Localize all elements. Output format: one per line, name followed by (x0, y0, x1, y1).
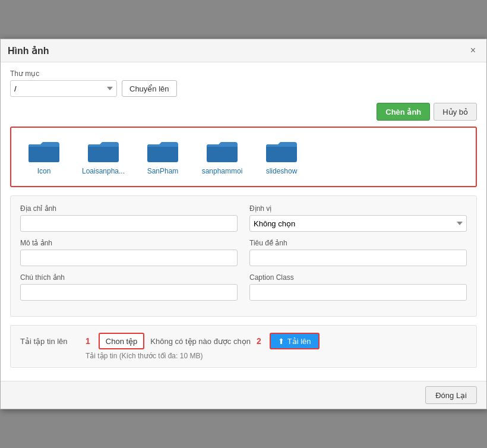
dinh-vi-select[interactable]: Không chọn Left Right Center (249, 215, 467, 232)
thu-muc-row: / Chuyển lên (10, 80, 477, 97)
tieu-de-anh-label: Tiêu đề ảnh (249, 239, 467, 247)
folder-icon-slideshow (266, 138, 297, 163)
dia-chi-anh-label: Địa chỉ ảnh (20, 204, 238, 213)
folder-name-slideshow: slideshow (266, 167, 298, 175)
upload-section: Tải tập tin lên 1 Chon tệp Không có tệp … (10, 325, 477, 368)
thu-muc-section: Thư mục / Chuyển lên (10, 70, 477, 97)
form-group-dia-chi-anh: Địa chỉ ảnh (20, 204, 238, 232)
upload-icon: ⬆ (278, 337, 284, 346)
form-row-3: Chú thích ảnh Caption Class (20, 273, 467, 301)
upload-hint: Tải tập tin (Kích thước tối đa: 10 MB) (86, 352, 467, 360)
form-row-1: Địa chỉ ảnh Định vị Không chọn Left Righ… (20, 204, 467, 232)
no-file-text: Không có tệp nào được chọn (150, 337, 251, 346)
folder-name-sanphammoi: sanphammoi (202, 167, 243, 175)
caption-class-label: Caption Class (249, 273, 467, 282)
tai-len-button[interactable]: ⬆ Tải lên (270, 333, 320, 349)
folder-name-loaisanpha: Loaisanpha... (82, 167, 125, 175)
folder-icon-loaisanpha (88, 138, 119, 163)
form-group-chu-thich-anh: Chú thích ảnh (20, 273, 238, 301)
dialog-footer: Đóng Lại (1, 381, 486, 409)
upload-number2: 2 (257, 336, 261, 346)
chu-thich-anh-input[interactable] (20, 284, 238, 301)
top-actions: Chèn ảnh Hủy bỏ (10, 103, 477, 121)
mo-ta-anh-input[interactable] (20, 250, 238, 266)
thu-muc-select[interactable]: / (10, 80, 117, 97)
huy-bo-button[interactable]: Hủy bỏ (434, 103, 477, 121)
folder-item-sanphammoi[interactable]: sanphammoi (195, 135, 249, 179)
form-group-mo-ta-anh: Mô tả ảnh (20, 239, 238, 266)
chuyen-len-button[interactable]: Chuyển lên (122, 80, 177, 97)
mo-ta-anh-label: Mô tả ảnh (20, 239, 238, 247)
svg-rect-4 (207, 144, 238, 162)
form-group-dinh-vi: Định vị Không chọn Left Right Center (249, 204, 467, 232)
dialog-body: Thư mục / Chuyển lên Chèn ảnh Hủy bỏ (1, 62, 486, 381)
folder-item-icon[interactable]: Icon (17, 135, 71, 179)
folder-item-sanpham[interactable]: SanPham (136, 135, 189, 179)
tai-len-label: Tải lên (287, 337, 311, 346)
dialog: Hình ảnh × Thư mục / Chuyển lên Chèn ảnh… (0, 39, 487, 409)
caption-class-input[interactable] (249, 284, 467, 301)
folder-icon-sanphammoi (207, 138, 238, 163)
upload-number1: 1 (86, 336, 90, 346)
folder-item-loaisanpha[interactable]: Loaisanpha... (77, 135, 130, 179)
dia-chi-anh-input[interactable] (20, 215, 238, 232)
folder-name-sanpham: SanPham (147, 167, 179, 175)
chu-thich-anh-label: Chú thích ảnh (20, 273, 238, 282)
dialog-title: Hình ảnh (8, 45, 49, 56)
form-group-tieu-de-anh: Tiêu đề ảnh (249, 239, 467, 266)
chen-anh-button[interactable]: Chèn ảnh (377, 103, 430, 121)
folder-icon-sanpham (147, 138, 178, 163)
chon-tep-button[interactable]: Chon tệp (99, 333, 145, 349)
tai-tap-tin-len-label: Tải tập tin lên (20, 337, 80, 346)
svg-rect-1 (29, 144, 59, 162)
dinh-vi-label: Định vị (249, 204, 467, 213)
upload-row: Tải tập tin lên 1 Chon tệp Không có tệp … (20, 333, 467, 349)
folder-name-icon: Icon (37, 167, 51, 175)
svg-rect-5 (266, 144, 297, 162)
svg-rect-2 (88, 144, 119, 162)
dong-lai-button[interactable]: Đóng Lại (425, 386, 477, 404)
form-section: Địa chỉ ảnh Định vị Không chọn Left Righ… (10, 195, 477, 317)
folder-area-wrapper: Icon Loaisanpha... SanPham (10, 127, 477, 187)
folder-item-slideshow[interactable]: slideshow (255, 135, 308, 179)
folder-icon-icon (29, 138, 59, 163)
close-button[interactable]: × (467, 44, 479, 57)
dialog-title-bar: Hình ảnh × (1, 39, 486, 62)
folder-area: Icon Loaisanpha... SanPham (10, 127, 477, 187)
tieu-de-anh-input[interactable] (249, 250, 467, 266)
svg-rect-3 (147, 144, 178, 162)
form-group-caption-class: Caption Class (249, 273, 467, 301)
form-row-2: Mô tả ảnh Tiêu đề ảnh (20, 239, 467, 266)
thu-muc-label: Thư mục (10, 70, 477, 78)
